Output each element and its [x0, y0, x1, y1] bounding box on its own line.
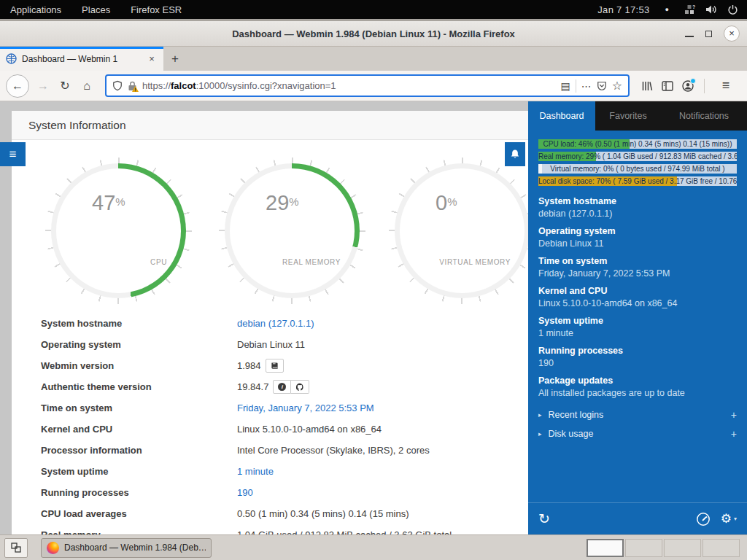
- gauge-label: CPU: [150, 258, 167, 266]
- window-title: Dashboard — Webmin 1.984 (Debian Linux 1…: [0, 21, 747, 46]
- power-icon[interactable]: [727, 4, 738, 15]
- collapse-arrow-icon: ▸: [538, 411, 542, 419]
- sidebars-icon[interactable]: [662, 81, 673, 91]
- urlbar-separator: [576, 79, 576, 93]
- theme-info-button[interactable]: i: [273, 380, 291, 394]
- collapsible-groups: ▸ Recent logins + ▸ Disk usage +: [528, 405, 747, 443]
- bottom-taskbar: Dashboard — Webmin 1.984 (Deb…: [0, 534, 747, 560]
- table-row: Real memory1.04 GiB used / 912.83 MiB ca…: [12, 524, 528, 534]
- clock[interactable]: Jan 7 17:53: [597, 4, 649, 15]
- table-row: CPU load averages0.50 (1 min) 0.34 (5 mi…: [12, 503, 528, 524]
- book-icon: [271, 362, 279, 370]
- tracking-protection-shield-icon[interactable]: [112, 80, 123, 91]
- disk-usage-row[interactable]: ▸ Disk usage +: [538, 424, 737, 443]
- gauge-ring: [225, 163, 360, 298]
- new-tab-button[interactable]: +: [163, 47, 187, 71]
- network-icon[interactable]: ?: [684, 4, 696, 15]
- resource-bars: CPU load: 46% (0.50 (1 min) 0.34 (5 mins…: [538, 139, 737, 189]
- sidebar-menu-toggle-button[interactable]: ≡: [0, 142, 26, 166]
- uptime-link[interactable]: 1 minute: [237, 466, 274, 477]
- gauge-real-memory: 29% REAL MEMORY: [219, 158, 365, 304]
- system-info-table: System hostnamedebian (127.0.1.1) Operat…: [12, 313, 528, 534]
- bookmark-star-icon[interactable]: ☆: [612, 79, 622, 93]
- settings-gear-icon[interactable]: ⚙▾: [721, 511, 737, 526]
- reader-view-icon[interactable]: ▤: [560, 80, 570, 92]
- expand-plus-icon[interactable]: +: [731, 409, 737, 421]
- active-app-menu[interactable]: Firefox ESR: [120, 4, 192, 15]
- virtual-memory-bar: Virtual memory: 0% ( 0 bytes used / 974.…: [538, 164, 737, 174]
- section: System hostnamedebian (127.0.1.1): [538, 196, 737, 219]
- gauge-value: 47%: [92, 191, 125, 215]
- tab-dashboard-panel[interactable]: Dashboard: [528, 101, 595, 131]
- browser-viewport: System Information 47% CPU 29% REAL MEMO…: [0, 101, 747, 534]
- close-window-button[interactable]: ×: [724, 26, 740, 42]
- back-button[interactable]: ←: [6, 74, 29, 98]
- bell-icon: [510, 149, 520, 160]
- table-row: Webmin version 1.984: [12, 355, 528, 376]
- sidebar-sections: System hostnamedebian (127.0.1.1) Operat…: [528, 193, 747, 405]
- svg-text:?: ?: [692, 4, 695, 9]
- table-row: Time on systemFriday, January 7, 2022 5:…: [12, 397, 528, 419]
- reload-button[interactable]: ↻: [54, 75, 76, 97]
- windows-icon: [11, 542, 21, 553]
- section: Time on systemFriday, January 7, 2022 5:…: [538, 256, 737, 279]
- tab-notifications[interactable]: Notifications: [661, 101, 747, 131]
- table-row: System hostnamedebian (127.0.1.1): [12, 313, 528, 334]
- window-title-bar[interactable]: Dashboard — Webmin 1.984 (Debian Linux 1…: [0, 21, 747, 47]
- gauge-label: REAL MEMORY: [282, 258, 341, 266]
- system-monitor-icon[interactable]: [696, 512, 711, 526]
- sidebar-tabs: Dashboard Favorites Notifications: [528, 101, 747, 131]
- gnome-top-bar: Applications Places Firefox ESR Jan 7 17…: [0, 0, 747, 19]
- refresh-icon[interactable]: ↻: [538, 510, 550, 527]
- forward-button[interactable]: →: [32, 75, 54, 97]
- applications-menu[interactable]: Applications: [0, 4, 71, 15]
- collapse-arrow-icon: ▸: [538, 430, 542, 438]
- workspace-4[interactable]: [703, 539, 740, 557]
- table-row: Kernel and CPULinux 5.10.0-10-amd64 on x…: [12, 419, 528, 440]
- recent-logins-row[interactable]: ▸ Recent logins +: [538, 405, 737, 424]
- github-icon: [295, 383, 304, 392]
- release-notes-button[interactable]: [266, 359, 284, 373]
- notifications-bell-button[interactable]: [505, 142, 525, 166]
- workspace-1[interactable]: [587, 539, 624, 557]
- minimize-button[interactable]: [685, 36, 694, 37]
- hostname-link[interactable]: debian (127.0.1.1): [237, 318, 314, 329]
- workspace-3[interactable]: [664, 539, 701, 557]
- home-button[interactable]: ⌂: [76, 75, 98, 97]
- taskbar-firefox-task[interactable]: Dashboard — Webmin 1.984 (Deb…: [41, 538, 212, 558]
- workspace-switcher: [587, 539, 743, 557]
- workspace-2[interactable]: [625, 539, 662, 557]
- gauge-virtual-memory: 0% VIRTUAL MEMORY: [389, 158, 528, 304]
- tab-title: Dashboard — Webmin 1: [22, 54, 141, 64]
- section: Kernel and CPULinux 5.10.0-10-amd64 on x…: [538, 286, 737, 308]
- tab-favorites[interactable]: Favorites: [595, 101, 661, 131]
- account-notification-dot: [690, 78, 696, 84]
- section: Operating systemDebian Linux 11: [538, 226, 737, 249]
- expand-plus-icon[interactable]: +: [731, 428, 737, 440]
- library-icon[interactable]: [641, 80, 653, 92]
- pocket-icon[interactable]: [597, 81, 607, 91]
- time-link[interactable]: Friday, January 7, 2022 5:53 PM: [237, 402, 374, 413]
- navigation-toolbar: ← → ↻ ⌂ https://falcot:10000/sysinfo.cgi…: [0, 71, 747, 101]
- tab-close-icon[interactable]: ×: [146, 53, 158, 64]
- lock-warning-icon[interactable]: [128, 81, 137, 91]
- table-row: Running processes190: [12, 482, 528, 503]
- url-bar[interactable]: https://falcot:10000/sysinfo.cgi?xnaviga…: [105, 74, 630, 97]
- volume-icon[interactable]: [705, 4, 718, 15]
- gauges-row: 47% CPU 29% REAL MEMORY 0% VIRTUAL MEMOR…: [12, 140, 528, 313]
- content-panel: System Information 47% CPU 29% REAL MEMO…: [12, 111, 528, 534]
- app-menu-hamburger-icon[interactable]: ≡: [715, 75, 737, 97]
- table-row: Operating systemDebian Linux 11: [12, 334, 528, 355]
- url-text[interactable]: https://falcot:10000/sysinfo.cgi?xnaviga…: [142, 80, 555, 91]
- show-desktop-button[interactable]: [4, 538, 28, 558]
- page-actions-icon[interactable]: ⋯: [581, 80, 592, 92]
- record-indicator-icon: ●: [665, 6, 669, 13]
- gauge-value: 29%: [266, 191, 299, 215]
- places-menu[interactable]: Places: [71, 4, 120, 15]
- account-icon[interactable]: [682, 80, 694, 92]
- processes-link[interactable]: 190: [237, 487, 253, 498]
- tab-dashboard[interactable]: Dashboard — Webmin 1 ×: [0, 47, 163, 71]
- tab-bar: Dashboard — Webmin 1 × +: [0, 47, 747, 71]
- theme-github-button[interactable]: [291, 380, 309, 394]
- maximize-button[interactable]: [705, 31, 712, 37]
